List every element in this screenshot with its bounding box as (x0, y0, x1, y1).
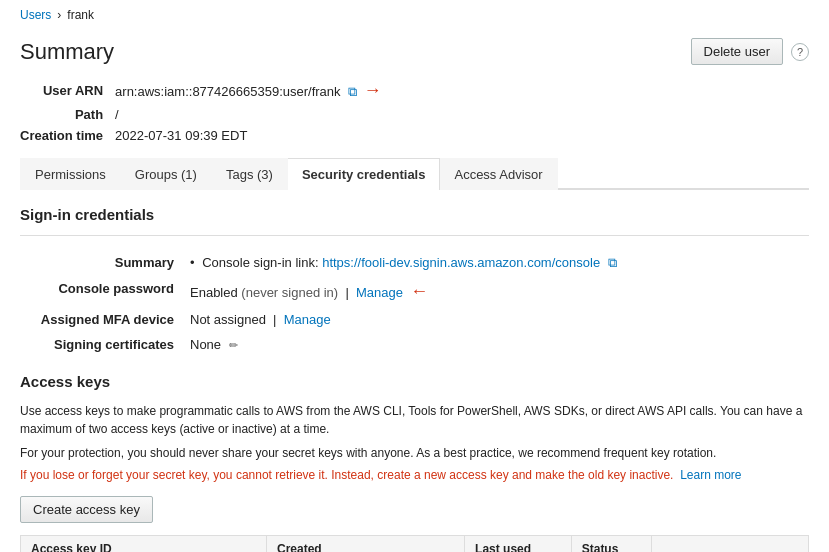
col-created: Created (267, 536, 465, 553)
path-value: / (115, 104, 382, 125)
mfa-manage-link[interactable]: Manage (284, 312, 331, 327)
breadcrumb: Users › frank (0, 0, 829, 30)
col-key-id: Access key ID (21, 536, 267, 553)
page-header: Summary Delete user ? (0, 30, 829, 77)
arn-label: User ARN (20, 77, 115, 104)
access-keys-desc2: For your protection, you should never sh… (20, 444, 809, 462)
create-access-key-button[interactable]: Create access key (20, 496, 153, 523)
summary-value: • Console sign-in link: https://fooli-de… (190, 250, 809, 276)
mfa-value: Not assigned | Manage (190, 307, 809, 332)
col-status: Status (571, 536, 651, 553)
breadcrumb-current: frank (67, 8, 94, 22)
tab-content: Sign-in credentials Summary • Console si… (0, 190, 829, 552)
sign-in-section-title: Sign-in credentials (20, 206, 809, 223)
breadcrumb-separator: › (57, 8, 61, 22)
console-url-link[interactable]: https://fooli-dev.signin.aws.amazon.com/… (322, 255, 600, 270)
page-title: Summary (20, 39, 114, 65)
access-keys-section: Access keys Use access keys to make prog… (20, 373, 809, 552)
path-label: Path (20, 104, 115, 125)
creation-value: 2022-07-31 09:39 EDT (115, 125, 382, 146)
creation-label: Creation time (20, 125, 115, 146)
password-value: Enabled (never signed in) | Manage ← (190, 276, 809, 307)
access-key-table: Access key ID Created Last used Status A… (20, 535, 809, 552)
learn-more-link[interactable]: Learn more (680, 468, 741, 482)
tab-groups[interactable]: Groups (1) (121, 158, 212, 190)
col-actions (651, 536, 808, 553)
access-keys-desc1: Use access keys to make programmatic cal… (20, 402, 809, 438)
delete-user-button[interactable]: Delete user (691, 38, 783, 65)
tab-tags[interactable]: Tags (3) (212, 158, 288, 190)
password-manage-link[interactable]: Manage (356, 285, 403, 300)
col-last-used: Last used (465, 536, 572, 553)
mfa-label: Assigned MFA device (20, 307, 190, 332)
help-icon[interactable]: ? (791, 43, 809, 61)
sign-in-credentials-table: Summary • Console sign-in link: https://… (20, 250, 809, 357)
tab-access-advisor[interactable]: Access Advisor (440, 158, 557, 190)
password-label: Console password (20, 276, 190, 307)
copy-url-icon[interactable]: ⧉ (608, 255, 617, 270)
tab-permissions[interactable]: Permissions (20, 158, 121, 190)
header-actions: Delete user ? (691, 38, 809, 65)
access-keys-title: Access keys (20, 373, 809, 390)
breadcrumb-parent-link[interactable]: Users (20, 8, 51, 22)
access-keys-warn: If you lose or forget your secret key, y… (20, 466, 809, 484)
summary-label: Summary (20, 250, 190, 276)
signing-value: None ✏ (190, 332, 809, 357)
signing-edit-icon[interactable]: ✏ (229, 339, 238, 351)
arn-value: arn:aws:iam::877426665359:user/frank ⧉ ← (115, 77, 382, 104)
user-summary: User ARN arn:aws:iam::877426665359:user/… (0, 77, 829, 158)
signing-label: Signing certificates (20, 332, 190, 357)
tab-bar: Permissions Groups (1) Tags (3) Security… (20, 158, 809, 190)
copy-arn-icon[interactable]: ⧉ (348, 84, 357, 99)
tab-security-credentials[interactable]: Security credentials (288, 158, 441, 190)
